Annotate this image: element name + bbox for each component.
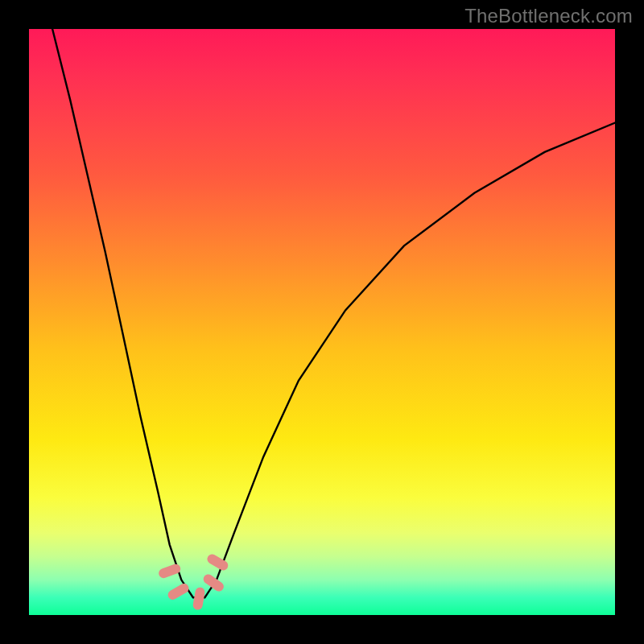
chart-stage: TheBottleneck.com	[0, 0, 644, 644]
plot-area	[29, 29, 615, 615]
background-gradient	[29, 29, 615, 615]
watermark-text: TheBottleneck.com	[464, 5, 633, 27]
